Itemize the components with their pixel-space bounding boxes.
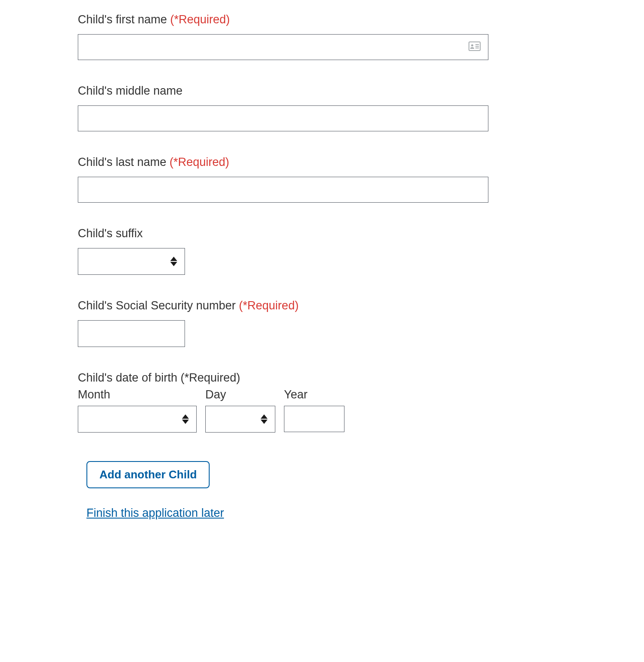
middle-name-label-text: Child's middle name: [78, 84, 182, 97]
add-another-child-button[interactable]: Add another Child: [86, 461, 210, 488]
first-name-field[interactable]: [78, 34, 488, 60]
first-name-label-text: Child's first name: [78, 13, 167, 26]
first-name-label: Child's first name (*Required): [78, 13, 566, 26]
year-field[interactable]: [284, 406, 344, 432]
ssn-field[interactable]: [78, 320, 185, 347]
required-indicator: (*Required): [169, 156, 229, 169]
required-indicator: (*Required): [239, 299, 299, 312]
month-label: Month: [78, 388, 197, 401]
year-label: Year: [284, 388, 344, 401]
last-name-label-text: Child's last name: [78, 156, 166, 169]
day-label: Day: [205, 388, 275, 401]
ssn-label: Child's Social Security number (*Require…: [78, 299, 566, 312]
last-name-label: Child's last name (*Required): [78, 156, 566, 169]
required-indicator: (*Required): [170, 13, 230, 26]
suffix-select[interactable]: [78, 248, 185, 275]
suffix-label: Child's suffix: [78, 227, 566, 240]
dob-label: Child's date of birth (*Required): [78, 371, 566, 385]
ssn-label-text: Child's Social Security number: [78, 299, 236, 312]
suffix-label-text: Child's suffix: [78, 227, 143, 240]
day-select[interactable]: [205, 406, 275, 433]
required-indicator: (*Required): [181, 371, 240, 384]
dob-label-text: Child's date of birth: [78, 371, 177, 384]
last-name-field[interactable]: [78, 177, 488, 203]
middle-name-label: Child's middle name: [78, 84, 566, 98]
finish-later-link[interactable]: Finish this application later: [86, 506, 224, 520]
month-select[interactable]: [78, 406, 197, 433]
middle-name-field[interactable]: [78, 105, 488, 131]
